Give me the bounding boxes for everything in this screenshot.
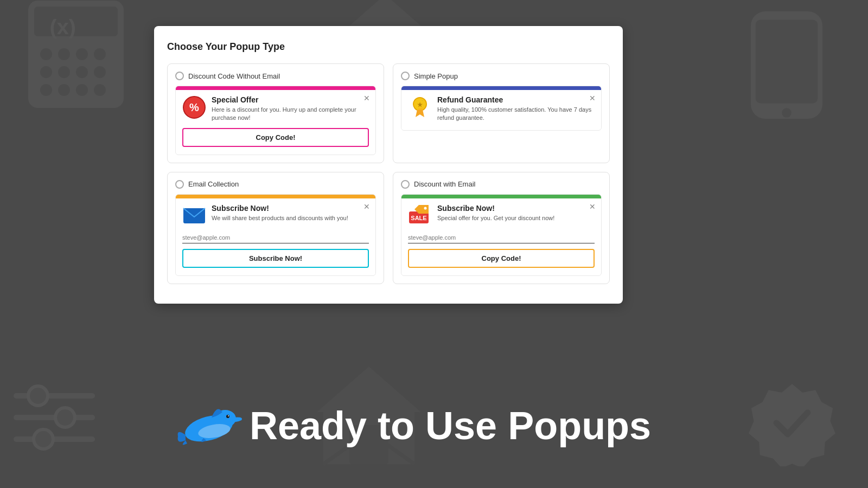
popup-close-3[interactable]: ✕ bbox=[363, 203, 370, 210]
svg-text:%: % bbox=[189, 101, 199, 113]
svg-rect-16 bbox=[756, 20, 818, 103]
popup-bar-1 bbox=[176, 86, 375, 90]
svg-text:SALE: SALE bbox=[411, 215, 426, 221]
svg-point-11 bbox=[58, 84, 70, 96]
svg-point-21 bbox=[28, 386, 48, 406]
popup-option-simple[interactable]: Simple Popup ✕ 🏅 ★ bbox=[393, 63, 610, 163]
popup-preview-2: ✕ 🏅 ★ R bbox=[401, 86, 602, 131]
popup-bar-3 bbox=[176, 195, 375, 198]
popup-title-2: Refund Guarantee bbox=[437, 95, 595, 104]
popup-bar-4 bbox=[401, 195, 601, 198]
popup-icon-email bbox=[182, 204, 206, 228]
svg-point-17 bbox=[782, 108, 792, 118]
option-header-1: Discount Code Without Email bbox=[175, 72, 376, 80]
main-card: Choose Your Popup Type Discount Code Wit… bbox=[154, 26, 623, 304]
email-input-3[interactable] bbox=[182, 232, 369, 243]
popup-option-discount-no-email[interactable]: Discount Code Without Email ✕ % bbox=[167, 63, 384, 163]
svg-rect-1 bbox=[34, 7, 118, 36]
svg-point-6 bbox=[40, 66, 52, 78]
popup-option-email-collection[interactable]: Email Collection ✕ bbox=[167, 172, 384, 284]
svg-point-22 bbox=[55, 408, 75, 427]
popup-option-discount-email[interactable]: Discount with Email ✕ SALE bbox=[393, 172, 610, 284]
popup-body-text-2: High quality, 100% customer satisfaction… bbox=[437, 106, 595, 123]
popup-action-4: Copy Code! bbox=[408, 249, 595, 268]
svg-point-23 bbox=[34, 429, 53, 449]
svg-text:(x): (x) bbox=[50, 15, 76, 38]
bottom-section: Ready to Use Popups bbox=[174, 396, 825, 455]
popup-body-1: % Special Offer Here is a discount for y… bbox=[182, 95, 369, 123]
svg-point-5 bbox=[94, 48, 106, 60]
option-label-3: Email Collection bbox=[188, 180, 239, 188]
option-label-2: Simple Popup bbox=[414, 72, 458, 80]
popup-icon-percent: % bbox=[182, 95, 206, 119]
popup-title-4: Subscribe Now! bbox=[437, 204, 554, 213]
option-header-4: Discount with Email bbox=[401, 180, 602, 189]
subscribe-button-3[interactable]: Subscribe Now! bbox=[182, 249, 369, 268]
svg-point-12 bbox=[76, 84, 88, 96]
svg-point-39 bbox=[226, 415, 229, 418]
popup-text-2: Refund Guarantee High quality, 100% cust… bbox=[437, 95, 595, 123]
popup-body-4: SALE Subscribe Now! Special offer for yo… bbox=[408, 204, 595, 228]
popup-body-text-3: We will share best products and discount… bbox=[212, 214, 348, 222]
page-title: Choose Your Popup Type bbox=[167, 41, 610, 53]
popup-body-text-1: Here is a discount for you. Hurry up and… bbox=[212, 106, 369, 123]
email-input-4[interactable] bbox=[408, 232, 595, 243]
popup-icon-medal: 🏅 ★ bbox=[408, 95, 432, 119]
popup-body-2: 🏅 ★ Refund Guarantee High quality, 100% … bbox=[408, 95, 595, 123]
option-header-3: Email Collection bbox=[175, 180, 376, 189]
popup-preview-1: ✕ % Special Offer Here is a discount for… bbox=[175, 86, 376, 155]
svg-point-40 bbox=[228, 415, 229, 416]
option-header-2: Simple Popup bbox=[401, 72, 602, 80]
copy-code-button-4[interactable]: Copy Code! bbox=[408, 249, 595, 268]
svg-point-7 bbox=[58, 66, 70, 78]
option-label-1: Discount Code Without Email bbox=[188, 72, 280, 80]
popup-body-3: Subscribe Now! We will share best produc… bbox=[182, 204, 369, 228]
popup-content-1: ✕ % Special Offer Here is a discount for… bbox=[176, 90, 375, 155]
popup-body-text-4: Special offer for you. Get your discount… bbox=[437, 214, 554, 222]
popup-icon-sale: SALE bbox=[408, 204, 432, 228]
popup-title-3: Subscribe Now! bbox=[212, 204, 348, 213]
popup-action-3: Subscribe Now! bbox=[182, 249, 369, 268]
svg-point-36 bbox=[424, 207, 427, 209]
svg-point-4 bbox=[76, 48, 88, 60]
popup-preview-4: ✕ SALE Subscribe Now! bbox=[401, 194, 602, 276]
popup-action-1: Copy Code! bbox=[182, 128, 369, 147]
svg-point-8 bbox=[76, 66, 88, 78]
popup-close-2[interactable]: ✕ bbox=[589, 94, 596, 102]
bottom-heading: Ready to Use Popups bbox=[250, 406, 651, 445]
svg-point-13 bbox=[94, 84, 106, 96]
copy-code-button-1[interactable]: Copy Code! bbox=[182, 128, 369, 147]
radio-discount-email[interactable] bbox=[401, 180, 410, 189]
popup-text-4: Subscribe Now! Special offer for you. Ge… bbox=[437, 204, 554, 222]
option-label-4: Discount with Email bbox=[414, 180, 475, 188]
popup-title-1: Special Offer bbox=[212, 95, 369, 104]
popup-close-1[interactable]: ✕ bbox=[363, 94, 370, 102]
radio-simple-popup[interactable] bbox=[401, 72, 410, 80]
svg-point-3 bbox=[58, 48, 70, 60]
svg-point-10 bbox=[40, 84, 52, 96]
popup-preview-3: ✕ Subscribe Now! We will share best prod… bbox=[175, 194, 376, 276]
radio-discount-no-email[interactable] bbox=[175, 72, 184, 80]
svg-rect-0 bbox=[28, 1, 124, 108]
svg-point-2 bbox=[40, 48, 52, 60]
popup-content-3: ✕ Subscribe Now! We will share best prod… bbox=[176, 198, 375, 275]
radio-email-collection[interactable] bbox=[175, 180, 184, 189]
svg-text:★: ★ bbox=[417, 101, 423, 108]
popup-content-2: ✕ 🏅 ★ R bbox=[401, 90, 601, 130]
svg-point-9 bbox=[94, 66, 106, 78]
popup-bar-2 bbox=[401, 86, 601, 90]
popup-options-grid: Discount Code Without Email ✕ % bbox=[167, 63, 610, 284]
popup-content-4: ✕ SALE Subscribe Now! bbox=[401, 198, 601, 275]
popup-text-1: Special Offer Here is a discount for you… bbox=[212, 95, 369, 123]
svg-rect-15 bbox=[751, 11, 822, 119]
popup-text-3: Subscribe Now! We will share best produc… bbox=[212, 204, 348, 222]
popup-close-4[interactable]: ✕ bbox=[589, 203, 596, 210]
dolphin-icon bbox=[174, 396, 244, 455]
